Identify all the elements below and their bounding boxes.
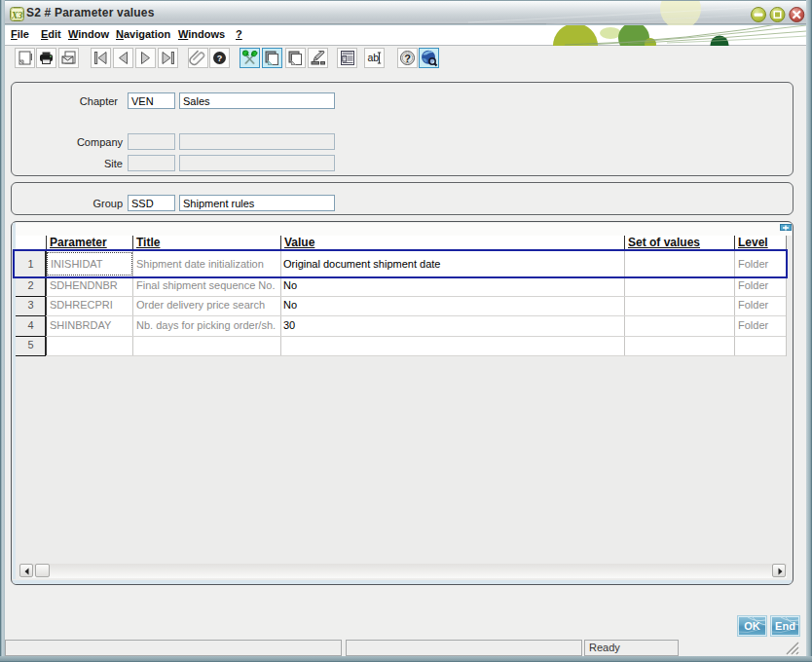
svg-text:?: ? bbox=[404, 53, 411, 64]
svg-text:?: ? bbox=[217, 54, 223, 63]
svg-text:X3: X3 bbox=[11, 10, 23, 20]
svg-text:ab: ab bbox=[368, 52, 380, 63]
